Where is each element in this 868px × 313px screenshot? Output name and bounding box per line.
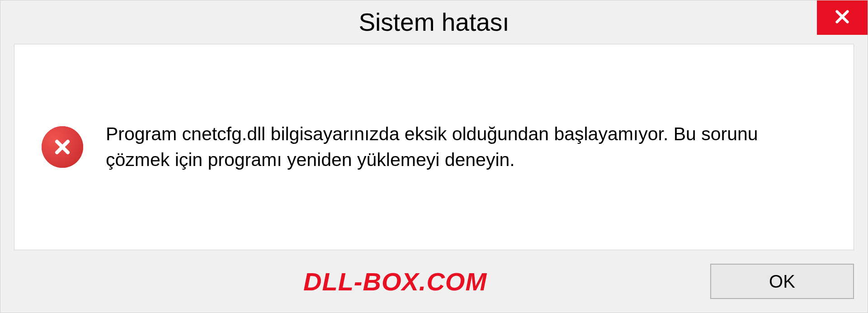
error-dialog: Sistem hatası Program cnetcfg.dll bilgis… <box>0 0 868 313</box>
watermark-text: DLL-BOX.COM <box>303 267 487 296</box>
ok-button[interactable]: OK <box>710 264 854 299</box>
close-button[interactable] <box>817 0 868 35</box>
footer-bar: DLL-BOX.COM OK <box>0 250 868 313</box>
error-message: Program cnetcfg.dll bilgisayarınızda eks… <box>106 121 826 173</box>
error-icon <box>42 126 83 168</box>
content-panel: Program cnetcfg.dll bilgisayarınızda eks… <box>14 44 854 250</box>
error-icon-wrapper <box>42 126 83 168</box>
close-icon <box>833 8 851 28</box>
title-bar: Sistem hatası <box>0 0 868 44</box>
dialog-title: Sistem hatası <box>359 8 509 37</box>
